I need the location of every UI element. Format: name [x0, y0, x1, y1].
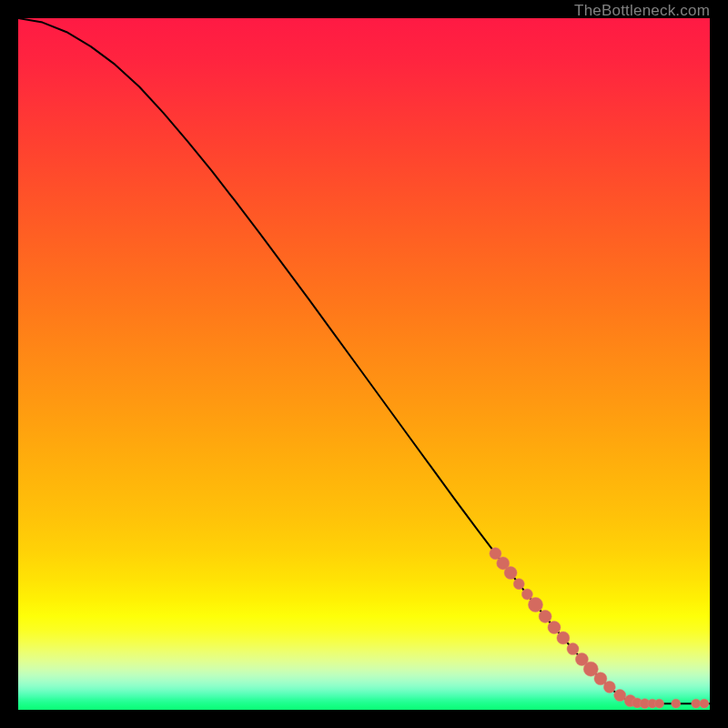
- data-marker: [692, 699, 701, 708]
- data-marker: [548, 622, 561, 634]
- chart-container: TheBottleneck.com: [0, 0, 728, 728]
- watermark-text: TheBottleneck.com: [574, 2, 710, 20]
- data-marker: [521, 589, 532, 600]
- data-marker: [672, 699, 681, 708]
- data-marker: [557, 632, 570, 644]
- data-marker: [655, 699, 664, 708]
- data-marker: [700, 699, 709, 708]
- data-marker: [603, 681, 615, 693]
- plot-area: [18, 18, 710, 710]
- data-marker: [528, 597, 542, 612]
- data-marker: [567, 643, 579, 655]
- data-marker: [504, 567, 517, 580]
- data-marker: [614, 690, 626, 702]
- data-markers: [490, 548, 709, 709]
- data-marker: [513, 579, 524, 590]
- performance-curve: [18, 18, 710, 703]
- curve-layer: [18, 18, 710, 710]
- data-marker: [539, 610, 551, 622]
